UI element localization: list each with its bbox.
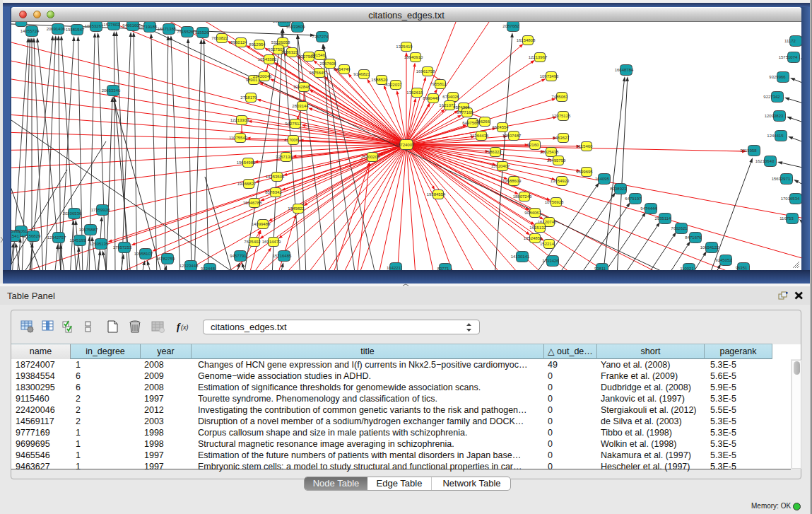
svg-text:5935061: 5935061 [11, 229, 28, 233]
svg-text:16033809: 16033809 [273, 22, 292, 23]
svg-text:16154808: 16154808 [517, 38, 536, 42]
svg-text:8990448: 8990448 [423, 96, 440, 100]
svg-text:1244415: 1244415 [767, 134, 784, 138]
svg-text:8578342: 8578342 [265, 190, 282, 194]
svg-text:8471676: 8471676 [685, 235, 702, 240]
svg-text:3267130: 3267130 [276, 155, 293, 159]
svg-text:1145193: 1145193 [70, 238, 87, 243]
svg-text:164095: 164095 [595, 177, 610, 181]
svg-text:83771: 83771 [437, 267, 449, 270]
svg-text:14130141: 14130141 [511, 255, 530, 259]
svg-text:6794028: 6794028 [442, 95, 459, 99]
svg-text:25300205: 25300205 [361, 155, 380, 159]
svg-text:12975125: 12975125 [552, 114, 571, 118]
svg-text:1615132: 1615132 [529, 226, 546, 230]
svg-text:7955812: 7955812 [430, 82, 447, 86]
svg-text:10025438: 10025438 [540, 150, 559, 154]
svg-text:10807487: 10807487 [502, 134, 522, 138]
svg-text:4574306: 4574306 [453, 105, 470, 110]
svg-text:13654923: 13654923 [551, 179, 570, 183]
svg-text:8322037: 8322037 [385, 83, 402, 87]
svg-text:19654985: 19654985 [237, 160, 256, 165]
svg-text:12093823: 12093823 [765, 114, 784, 118]
svg-text:2803144: 2803144 [292, 104, 309, 108]
svg-text:16782759: 16782759 [156, 257, 175, 261]
svg-text:11172: 11172 [784, 39, 796, 43]
svg-text:7663822: 7663822 [211, 36, 228, 40]
svg-text:17016534: 17016534 [781, 197, 800, 201]
svg-text:417006: 417006 [284, 138, 299, 142]
svg-text:201546: 201546 [311, 53, 326, 57]
svg-text:12156829: 12156829 [22, 234, 41, 238]
svg-text:16120746: 16120746 [538, 220, 557, 224]
svg-text:15692971: 15692971 [772, 177, 791, 181]
svg-text:3215958: 3215958 [740, 148, 757, 153]
svg-text:9245052: 9245052 [715, 258, 732, 262]
svg-text:922448: 922448 [201, 267, 216, 270]
svg-text:3624554: 3624554 [492, 125, 509, 129]
svg-text:7515526: 7515526 [192, 30, 209, 35]
svg-text:21364436: 21364436 [470, 134, 489, 138]
svg-text:1733426: 1733426 [542, 259, 559, 263]
svg-text:14055724: 14055724 [20, 29, 40, 33]
svg-text:93811: 93811 [594, 267, 606, 270]
svg-text:9699695: 9699695 [576, 170, 593, 174]
svg-text:15751074: 15751074 [779, 55, 798, 59]
svg-text:10958107: 10958107 [134, 252, 153, 256]
svg-text:96351: 96351 [736, 266, 748, 270]
svg-text:10719185: 10719185 [139, 25, 158, 29]
svg-text:1588520: 1588520 [371, 78, 388, 82]
svg-text:2087682: 2087682 [502, 24, 519, 28]
svg-text:16961758: 16961758 [416, 69, 435, 74]
svg-text:6466160: 6466160 [122, 23, 139, 28]
svg-text:16210643: 16210643 [755, 159, 775, 163]
svg-text:16914479: 16914479 [262, 240, 281, 244]
svg-text:2718170: 2718170 [240, 95, 257, 100]
svg-text:98901: 98901 [246, 78, 258, 82]
svg-text:7632621: 7632621 [671, 226, 688, 230]
svg-text:8912954: 8912954 [249, 42, 266, 47]
svg-text:12213967: 12213967 [529, 55, 548, 59]
svg-text:16671385: 16671385 [158, 27, 177, 31]
svg-text:1527602: 1527602 [103, 23, 120, 27]
svg-text:1362615: 1362615 [406, 90, 423, 95]
svg-text:16046788: 16046788 [243, 201, 262, 205]
svg-text:7986322: 7986322 [485, 150, 502, 154]
svg-text:9427512: 9427512 [285, 122, 302, 126]
svg-text:8960124: 8960124 [230, 40, 247, 45]
svg-text:18724007: 18724007 [396, 143, 415, 147]
svg-text:7625402: 7625402 [244, 240, 261, 244]
svg-text:8186323: 8186323 [281, 50, 298, 54]
svg-text:9115460: 9115460 [577, 144, 594, 148]
svg-text:12342757: 12342757 [47, 235, 66, 240]
svg-text:7485063: 7485063 [551, 95, 568, 99]
svg-text:9463627: 9463627 [553, 136, 570, 140]
svg-text:9777169: 9777169 [457, 110, 473, 115]
svg-text:16543382: 16543382 [258, 57, 277, 62]
svg-text:10688609: 10688609 [502, 179, 522, 183]
svg-text:17359928: 17359928 [91, 208, 110, 212]
svg-text:9084067: 9084067 [524, 211, 541, 215]
svg-text:1325419: 1325419 [396, 45, 413, 49]
svg-text:12505135: 12505135 [90, 242, 109, 246]
svg-text:10756928: 10756928 [545, 200, 564, 204]
svg-text:12213303: 12213303 [230, 118, 249, 122]
svg-text:6497568: 6497568 [462, 121, 479, 125]
svg-text:53226058: 53226058 [271, 40, 290, 45]
svg-text:9329966: 9329966 [769, 75, 786, 79]
svg-text:(x): (x) [181, 324, 189, 331]
svg-text:3875645: 3875645 [309, 71, 326, 75]
svg-text:116753: 116753 [779, 216, 794, 221]
svg-text:8454749: 8454749 [334, 67, 351, 71]
svg-text:20206536: 20206536 [63, 211, 82, 216]
svg-text:9242848: 9242848 [293, 85, 310, 89]
svg-text:6479197: 6479197 [625, 197, 642, 201]
svg-text:18640910: 18640910 [404, 55, 423, 59]
svg-text:14353504: 14353504 [266, 175, 285, 179]
svg-text:7357274: 7357274 [312, 35, 329, 39]
svg-text:19381547: 19381547 [66, 28, 85, 32]
svg-text:13524851: 13524851 [524, 236, 543, 240]
svg-text:15716485: 15716485 [273, 254, 292, 258]
svg-text:1349822: 1349822 [288, 206, 305, 211]
svg-text:19384554: 19384554 [427, 192, 446, 197]
